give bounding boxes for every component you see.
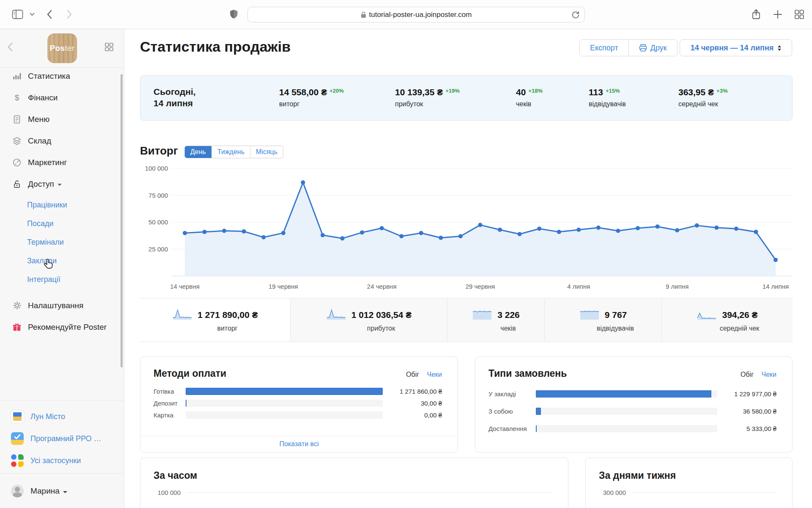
user-menu[interactable]: Марина — [0, 480, 124, 502]
by-time-panel: За часом 100 000 — [140, 458, 568, 508]
tab-day[interactable]: День — [185, 146, 211, 158]
payment-row: Депозит 30,00 ₴ — [154, 400, 442, 407]
tab-month[interactable]: Місяць — [250, 146, 283, 158]
summary-cell-avg-check[interactable]: 394,26 ₴ середній чек — [661, 298, 793, 342]
sidebar-item-settings[interactable]: Налаштування — [0, 295, 124, 316]
sidebar-app-all-apps[interactable]: Усі застосунки — [0, 450, 124, 472]
date-range-value: 14 червня — 14 липня — [691, 44, 774, 52]
svg-text:25 000: 25 000 — [148, 246, 168, 253]
svg-text:50 000: 50 000 — [148, 218, 168, 226]
panel-footer: Показати всі — [140, 436, 458, 452]
sidebar-item-label: Маркетинг — [28, 158, 67, 167]
sidebar-item-label: Статистика — [28, 72, 70, 81]
browser-sidebar-toggle-icon[interactable] — [12, 9, 23, 19]
summary-cell-visitors[interactable]: 9 767 відвідувачів — [544, 298, 661, 342]
poster-logo[interactable]: Poster — [47, 33, 77, 63]
sidebar-subitem-terminals[interactable]: Термінали — [0, 233, 124, 251]
bar-fill — [186, 400, 187, 407]
sidebar-item-marketing[interactable]: Маркетинг — [0, 152, 124, 173]
sidebar-item-label: Налаштування — [28, 301, 83, 310]
export-print-group: Експорт Друк — [579, 39, 678, 56]
sidebar-item-label: Меню — [28, 115, 49, 124]
sidebar-item-stock[interactable]: Склад — [0, 130, 124, 152]
svg-text:14 червня: 14 червня — [170, 283, 200, 290]
apps-grid-icon[interactable] — [104, 42, 114, 52]
sidebar-subitem-integrations[interactable]: Інтеграції — [0, 270, 124, 289]
sidebar-item-menu[interactable]: Меню — [0, 108, 124, 130]
sidebar-app-prro[interactable]: Програмний РРО … — [0, 428, 124, 450]
bar-fill — [536, 408, 541, 415]
sparkline-icon — [697, 308, 717, 322]
revenue-line-chart[interactable]: 25 00050 00075 000100 00014 червня19 чер… — [140, 165, 793, 292]
avatar — [11, 485, 24, 497]
tab-overview-icon[interactable] — [794, 9, 804, 19]
today-summary-box: Сьогодні,14 липня 14 558,00 ₴+20% виторг… — [140, 75, 793, 121]
svg-text:$: $ — [15, 93, 19, 102]
sidebar-item-access[interactable]: Доступ — [0, 173, 124, 195]
browser-sidebar-chevron-down-icon[interactable] — [30, 13, 35, 16]
tab-week[interactable]: Тиждень — [211, 146, 250, 158]
toggle-checks[interactable]: Чеки — [427, 371, 442, 378]
divider — [0, 473, 124, 474]
svg-text:75 000: 75 000 — [148, 192, 168, 199]
sidebar-app-lun-misto[interactable]: Лун Місто — [0, 406, 124, 428]
browser-back-button[interactable] — [47, 10, 52, 19]
sparkline-icon — [172, 308, 192, 322]
summary-cell-revenue[interactable]: 1 271 890,00 ₴ виторг — [140, 298, 290, 342]
sidebar-item-label: Фінанси — [28, 93, 58, 102]
toggle-turnover[interactable]: Обіг — [741, 371, 754, 378]
sparkline-icon — [472, 308, 492, 322]
sidebar-scrollbar[interactable] — [121, 74, 123, 367]
url-text: tutorial-poster-ua.joinposter.com — [369, 11, 472, 19]
payment-row: Картка 0,00 ₴ — [154, 411, 442, 419]
sidebar-subitem-employees[interactable]: Працівники — [0, 196, 124, 214]
revenue-section-title: Виторг — [140, 144, 178, 157]
toggle-checks[interactable]: Чеки — [762, 371, 777, 378]
sidebar-item-statistics[interactable]: Статистика — [0, 65, 124, 87]
summary-cell-checks[interactable]: 3 226 чеків — [447, 298, 544, 342]
bar-fill — [186, 388, 383, 395]
order-type-row: У закладі 1 229 977,00 ₴ — [488, 390, 776, 398]
bar-track — [186, 400, 383, 407]
bar-fill — [536, 425, 537, 432]
order-type-row: З собою 36 580,00 ₴ — [488, 408, 776, 415]
sidebar-subitem-positions[interactable]: Посади — [0, 214, 124, 233]
period-tabs: День Тиждень Місяць — [184, 146, 283, 158]
all-apps-icon — [11, 454, 24, 467]
date-range-selector[interactable]: 14 червня — 14 липня — [680, 39, 792, 56]
lock-icon — [361, 11, 366, 18]
sidebar-item-finance[interactable]: $ Фінанси — [0, 87, 124, 108]
chevron-down-icon — [63, 491, 67, 493]
sidebar-item-recommend[interactable]: Рекомендуйте Poster — [0, 316, 124, 338]
summary-cell-profit[interactable]: 1 012 036,54 ₴ прибуток — [290, 298, 447, 342]
today-stat-revenue: 14 558,00 ₴+20% виторг — [279, 87, 344, 108]
share-icon[interactable] — [752, 9, 760, 20]
document-icon — [12, 115, 22, 124]
sidebar-subitem-establishments[interactable]: Заклади — [0, 251, 124, 270]
new-tab-plus-icon[interactable] — [773, 10, 782, 19]
sidebar: Poster Статистика $ Фінанси — [0, 29, 124, 508]
sidebar-apps: Лун Місто Програмний РРО … Усі застосунк… — [0, 406, 124, 472]
sidebar-collapse-icon[interactable] — [8, 42, 13, 52]
toggle-turnover[interactable]: Обіг — [406, 371, 419, 378]
gear-icon — [12, 301, 22, 310]
browser-forward-button[interactable] — [67, 10, 72, 19]
period-summary-row: 1 271 890,00 ₴ виторг 1 012 036,54 ₴ при… — [140, 298, 793, 342]
svg-text:9 липня: 9 липня — [666, 283, 689, 290]
show-all-link[interactable]: Показати всі — [280, 440, 319, 448]
export-button[interactable]: Експорт — [580, 40, 628, 56]
by-time-bars — [140, 475, 568, 508]
svg-text:24 червня: 24 червня — [367, 283, 397, 290]
printer-icon — [639, 44, 647, 52]
svg-text:29 червня: 29 червня — [466, 283, 495, 290]
sidebar-item-label: Доступ — [28, 179, 54, 189]
gift-icon — [12, 323, 22, 332]
print-button[interactable]: Друк — [628, 40, 677, 56]
today-stat-profit: 10 139,35 ₴+19% прибуток — [395, 87, 460, 108]
bar-track — [536, 390, 717, 398]
lun-misto-icon — [11, 410, 24, 423]
address-bar[interactable]: tutorial-poster-ua.joinposter.com — [247, 7, 585, 22]
reload-icon[interactable] — [572, 11, 579, 19]
privacy-shield-icon[interactable] — [230, 9, 238, 19]
svg-text:100 000: 100 000 — [145, 165, 168, 172]
